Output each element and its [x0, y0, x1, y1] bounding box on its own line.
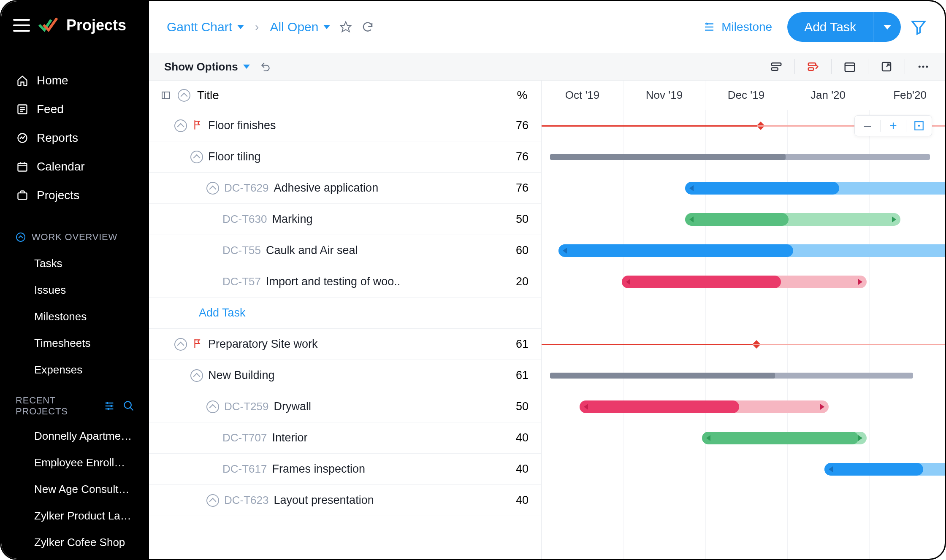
- task-row[interactable]: DC-T55Caulk and Air seal60: [149, 235, 541, 266]
- work-item-issues[interactable]: Issues: [1, 277, 149, 303]
- task-row[interactable]: DC-T617Frames inspection40: [149, 454, 541, 485]
- month-header: Oct '19: [542, 81, 623, 110]
- add-task-row[interactable]: Add Task: [149, 298, 541, 329]
- zoom-out-button[interactable]: –: [855, 119, 880, 133]
- show-options-toggle[interactable]: Show Options: [164, 60, 250, 73]
- add-task-button[interactable]: Add Task: [787, 12, 901, 42]
- main: Gantt Chart › All Open Milestone Add Tas…: [149, 1, 945, 559]
- collapse-icon[interactable]: [174, 338, 187, 351]
- task-bar[interactable]: [824, 463, 945, 476]
- gantt-row: [542, 266, 945, 298]
- search-icon[interactable]: [123, 400, 135, 412]
- columns-icon[interactable]: [161, 90, 171, 100]
- fullscreen-icon[interactable]: [880, 60, 893, 73]
- undo-icon[interactable]: [260, 61, 271, 72]
- nav-feed[interactable]: Feed: [1, 95, 149, 124]
- work-item-timesheets[interactable]: Timesheets: [1, 330, 149, 357]
- task-title: Import and testing of woo..: [266, 275, 400, 288]
- percent-cell: 76: [503, 119, 541, 132]
- month-header: Nov '19: [623, 81, 705, 110]
- title-column-header[interactable]: Title: [149, 81, 503, 110]
- collapse-icon[interactable]: [206, 400, 219, 413]
- star-icon[interactable]: [339, 21, 352, 33]
- percent-column-header[interactable]: %: [503, 81, 541, 110]
- task-row[interactable]: DC-T259Drywall50: [149, 391, 541, 422]
- summary-bar[interactable]: [542, 125, 757, 127]
- svg-marker-20: [707, 22, 709, 26]
- task-row[interactable]: DC-T629Adhesive application76: [149, 173, 541, 204]
- task-id: DC-T630: [222, 213, 267, 226]
- baseline-icon[interactable]: [770, 60, 783, 73]
- task-bar[interactable]: [580, 400, 829, 413]
- zoom-controls: – +: [854, 115, 932, 136]
- hamburger-icon[interactable]: [13, 19, 30, 32]
- show-options-label: Show Options: [164, 60, 238, 73]
- brand: Projects: [1, 1, 149, 49]
- work-overview-header[interactable]: WORK OVERVIEW: [1, 218, 149, 250]
- milestone-selector[interactable]: Milestone: [703, 20, 778, 34]
- timeline[interactable]: Oct '19Nov '19Dec '19Jan '20Feb'20Mar'20…: [542, 81, 945, 559]
- recent-project[interactable]: Zylker Product Launch: [1, 503, 149, 529]
- filter-icon[interactable]: [910, 19, 927, 35]
- settings-icon[interactable]: [103, 400, 115, 412]
- nav-label: Projects: [37, 189, 79, 202]
- task-row[interactable]: New Building61: [149, 360, 541, 391]
- task-row[interactable]: DC-T57Import and testing of woo..20: [149, 266, 541, 298]
- collapse-icon[interactable]: [206, 494, 219, 507]
- percent-cell: 50: [503, 213, 541, 226]
- svg-rect-9: [18, 193, 27, 199]
- collapse-icon[interactable]: [206, 182, 219, 195]
- sidebar: Projects HomeFeedReportsCalendarProjects…: [1, 1, 149, 559]
- today-icon[interactable]: [843, 60, 856, 73]
- nav-calendar[interactable]: Calendar: [1, 152, 149, 181]
- summary-bar-remaining[interactable]: [753, 344, 945, 345]
- task-row[interactable]: DC-T630Marking50: [149, 204, 541, 235]
- svg-point-13: [107, 408, 109, 410]
- task-row[interactable]: DC-T707Interior40: [149, 422, 541, 454]
- nav-reports[interactable]: Reports: [1, 124, 149, 152]
- work-item-tasks[interactable]: Tasks: [1, 250, 149, 277]
- task-row[interactable]: DC-T623Layout presentation40: [149, 485, 541, 516]
- view-selector[interactable]: Gantt Chart: [167, 20, 244, 34]
- collapse-icon[interactable]: [174, 119, 187, 132]
- group-summary-bar[interactable]: [550, 373, 913, 379]
- fit-to-screen-button[interactable]: [906, 120, 932, 131]
- work-item-milestones[interactable]: Milestones: [1, 303, 149, 330]
- summary-bar[interactable]: [542, 344, 753, 345]
- task-row[interactable]: Floor finishes76: [149, 110, 541, 141]
- task-bar[interactable]: [685, 182, 945, 195]
- projects-logo-icon: [38, 15, 59, 36]
- filter-selector[interactable]: All Open: [270, 20, 330, 34]
- percent-cell: 60: [503, 244, 541, 257]
- task-bar[interactable]: [622, 276, 867, 288]
- nav-projects[interactable]: Projects: [1, 181, 149, 210]
- zoom-in-button[interactable]: +: [881, 119, 906, 133]
- svg-point-36: [918, 125, 920, 127]
- nav-home[interactable]: Home: [1, 66, 149, 95]
- options-bar: Show Options: [149, 53, 945, 81]
- task-title: Layout presentation: [274, 494, 374, 507]
- critical-path-icon[interactable]: [807, 60, 819, 73]
- add-task-dropdown[interactable]: [873, 12, 901, 42]
- gantt-area: Title % Floor finishes76Floor tiling76DC…: [149, 81, 945, 559]
- task-bar[interactable]: [685, 213, 900, 226]
- recent-project[interactable]: Zylker Cofee Shop: [1, 529, 149, 556]
- task-row[interactable]: Preparatory Site work61: [149, 329, 541, 360]
- more-icon[interactable]: [917, 60, 930, 73]
- collapse-icon[interactable]: [190, 151, 203, 163]
- task-bar[interactable]: [702, 432, 867, 444]
- task-row[interactable]: Floor tiling76: [149, 141, 541, 173]
- collapse-icon[interactable]: [190, 369, 203, 382]
- svg-point-14: [125, 402, 131, 409]
- task-bar[interactable]: [558, 244, 945, 257]
- refresh-icon[interactable]: [361, 21, 374, 33]
- work-item-expenses[interactable]: Expenses: [1, 357, 149, 383]
- recent-project[interactable]: Employee Enrollment: [1, 449, 149, 476]
- recent-project[interactable]: New Age Consultancy: [1, 476, 149, 503]
- percent-cell: 61: [503, 369, 541, 382]
- chevron-down-icon: [323, 25, 330, 29]
- svg-rect-24: [808, 63, 816, 65]
- collapse-all-icon[interactable]: [178, 89, 190, 102]
- group-summary-bar[interactable]: [550, 154, 930, 160]
- recent-project[interactable]: Donnelly Apartments: [1, 423, 149, 449]
